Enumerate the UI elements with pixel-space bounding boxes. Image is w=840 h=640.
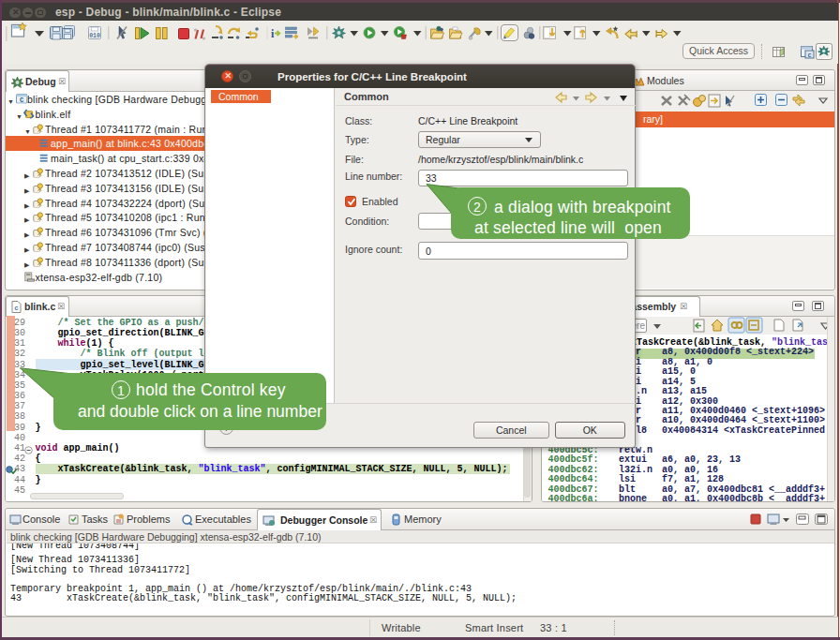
- svg-text:C: C: [19, 97, 23, 104]
- svg-text:C: C: [808, 52, 812, 59]
- svg-text:010: 010: [89, 33, 100, 39]
- svg-text:i: i: [271, 27, 275, 40]
- svg-text:c: c: [14, 305, 19, 312]
